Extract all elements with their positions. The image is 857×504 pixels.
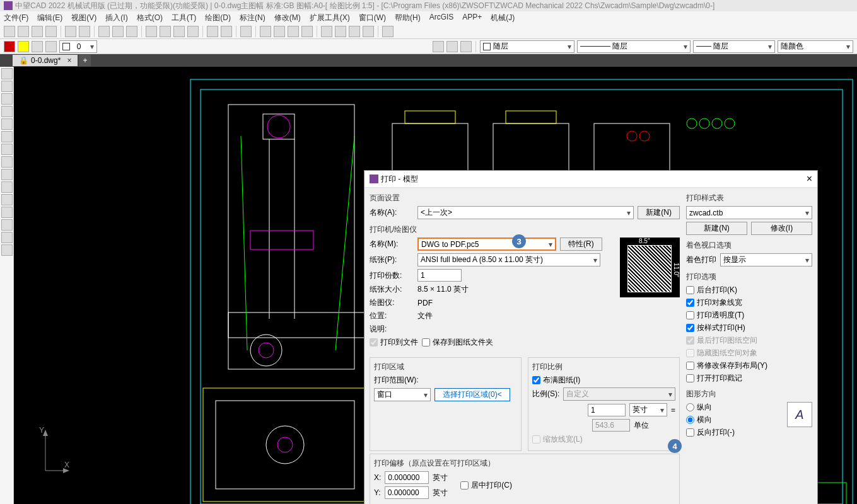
menu-window[interactable]: 窗口(W) bbox=[359, 13, 386, 23]
spline-icon[interactable] bbox=[1, 156, 13, 168]
region-icon[interactable] bbox=[1, 232, 13, 243]
color-select[interactable]: 随层 bbox=[480, 40, 574, 53]
scale-unit-select[interactable]: 英寸 bbox=[629, 403, 667, 416]
cut-icon[interactable] bbox=[146, 26, 157, 37]
line-icon[interactable] bbox=[1, 68, 13, 79]
svg-line-11 bbox=[241, 136, 247, 350]
x-input[interactable] bbox=[385, 471, 429, 484]
pan-icon[interactable] bbox=[260, 26, 271, 37]
menu-ext[interactable]: 扩展工具(X) bbox=[310, 13, 350, 23]
style-new-button[interactable]: 新建(N) bbox=[686, 222, 747, 235]
menu-draw[interactable]: 绘图(D) bbox=[205, 13, 231, 23]
poly-icon[interactable] bbox=[1, 131, 13, 142]
layer0-select[interactable]: 0 bbox=[59, 40, 97, 53]
bulb-icon[interactable] bbox=[4, 41, 15, 52]
menu-edit[interactable]: 编辑(E) bbox=[37, 13, 62, 23]
new-pagesetup-button[interactable]: 新建(N) bbox=[638, 206, 680, 219]
opt-save-check[interactable]: 将修改保存到布局(Y) bbox=[686, 360, 812, 371]
hatch-icon[interactable] bbox=[1, 169, 13, 180]
close-icon[interactable]: × bbox=[807, 173, 812, 185]
y-input[interactable] bbox=[385, 486, 429, 499]
zoomwin-icon[interactable] bbox=[288, 26, 299, 37]
text-icon[interactable] bbox=[1, 181, 13, 193]
menu-insert[interactable]: 插入(I) bbox=[105, 13, 127, 23]
paper-select[interactable]: ANSI full bleed A (8.50 x 11.00 英寸) bbox=[417, 253, 600, 266]
pagesetup-select[interactable]: <上一次> bbox=[417, 206, 634, 219]
lock-icon[interactable] bbox=[45, 41, 57, 52]
prop-icon[interactable] bbox=[321, 26, 332, 37]
menu-mech[interactable]: 机械(J) bbox=[491, 13, 515, 23]
calc-icon[interactable] bbox=[335, 26, 346, 37]
opt-bg-check[interactable]: 后台打印(K) bbox=[686, 285, 812, 295]
arc-icon[interactable] bbox=[1, 106, 13, 117]
zoom-icon[interactable] bbox=[274, 26, 285, 37]
block-icon[interactable] bbox=[1, 207, 13, 218]
menu-app[interactable]: APP+ bbox=[462, 13, 482, 23]
close-tab-icon[interactable]: × bbox=[67, 56, 71, 65]
menu-tools[interactable]: 工具(T) bbox=[172, 13, 196, 23]
menu-modify[interactable]: 修改(M) bbox=[274, 13, 301, 23]
plotcolor-select[interactable]: 随颜色 bbox=[778, 40, 853, 53]
new-tab-button[interactable]: + bbox=[79, 55, 91, 66]
style-modify-button[interactable]: 修改(I) bbox=[751, 222, 812, 235]
printer-props-button[interactable]: 特性(R) bbox=[560, 238, 602, 251]
sun-icon[interactable] bbox=[18, 41, 29, 52]
layout2-icon[interactable] bbox=[79, 26, 90, 37]
shade-select[interactable]: 按显示 bbox=[720, 253, 812, 266]
landscape-radio[interactable]: 横向 bbox=[686, 415, 787, 425]
point-icon[interactable] bbox=[1, 219, 13, 231]
scale-num-input[interactable] bbox=[588, 404, 626, 416]
menu-view[interactable]: 视图(V) bbox=[71, 13, 96, 23]
freeze-icon[interactable] bbox=[32, 41, 43, 52]
erase-icon[interactable] bbox=[240, 26, 252, 37]
cloud-icon[interactable] bbox=[363, 26, 374, 37]
opt-tr-check[interactable]: 打印透明度(T) bbox=[686, 310, 812, 321]
layout-icon[interactable] bbox=[65, 26, 76, 37]
tool-icon[interactable] bbox=[349, 26, 360, 37]
save-icon[interactable] bbox=[32, 26, 43, 37]
menu-dim[interactable]: 标注(N) bbox=[240, 13, 265, 23]
undo-icon[interactable] bbox=[207, 26, 218, 37]
menu-arcgis[interactable]: ArcGIS bbox=[429, 13, 454, 23]
opt-lw-check[interactable]: 打印对象线宽 bbox=[686, 297, 812, 308]
plotstyle-select[interactable]: zwcad.ctb bbox=[686, 206, 812, 219]
help-icon[interactable] bbox=[382, 26, 394, 37]
match-icon[interactable] bbox=[187, 26, 199, 37]
opt-stamp-check[interactable]: 打开打印戳记 bbox=[686, 373, 812, 384]
fit-check[interactable]: 布满图纸(I) bbox=[532, 375, 675, 386]
open-icon[interactable] bbox=[18, 26, 29, 37]
rect-icon[interactable] bbox=[1, 118, 13, 130]
plot-area-select[interactable]: 窗口 bbox=[374, 388, 431, 401]
saveall-icon[interactable] bbox=[45, 26, 57, 37]
table-icon[interactable] bbox=[1, 244, 13, 256]
ellipse-icon[interactable] bbox=[1, 144, 13, 155]
layer-iso-icon[interactable] bbox=[460, 41, 472, 52]
lineweight-select[interactable]: —— 随层 bbox=[693, 40, 775, 53]
redo-icon[interactable] bbox=[221, 26, 232, 37]
pick-window-button[interactable]: 选择打印区域(0)< bbox=[434, 388, 510, 401]
linetype-select[interactable]: ———— 随层 bbox=[577, 40, 691, 53]
paste-icon[interactable] bbox=[173, 26, 185, 37]
new-icon[interactable] bbox=[4, 26, 15, 37]
publish-icon[interactable] bbox=[126, 26, 137, 37]
menu-file[interactable]: 文件(F) bbox=[4, 13, 28, 23]
printer-select[interactable]: DWG to PDF.pc5 bbox=[417, 238, 556, 251]
menu-help[interactable]: 帮助(H) bbox=[395, 13, 421, 23]
pline-icon[interactable] bbox=[1, 81, 13, 92]
center-check[interactable]: 居中打印(C) bbox=[460, 480, 512, 491]
save-folder-check[interactable]: 保存到图纸文件夹 bbox=[422, 337, 493, 348]
layer-mgr-icon[interactable] bbox=[433, 41, 444, 52]
dim-icon[interactable] bbox=[1, 194, 13, 205]
upside-check[interactable]: 反向打印(-) bbox=[686, 427, 812, 438]
print-icon[interactable] bbox=[98, 26, 110, 37]
circle-icon[interactable] bbox=[1, 93, 13, 105]
preview-icon[interactable] bbox=[112, 26, 124, 37]
copy-icon[interactable] bbox=[160, 26, 171, 37]
portrait-radio[interactable]: 纵向 bbox=[686, 402, 787, 413]
layer-state-icon[interactable] bbox=[446, 41, 458, 52]
copies-input[interactable] bbox=[417, 269, 462, 282]
doc-tab[interactable]: 🔒 0-0.dwg* × bbox=[13, 55, 78, 66]
menu-format[interactable]: 格式(O) bbox=[137, 13, 163, 23]
opt-st-check[interactable]: 按样式打印(H) bbox=[686, 323, 812, 333]
zoomprev-icon[interactable] bbox=[301, 26, 313, 37]
